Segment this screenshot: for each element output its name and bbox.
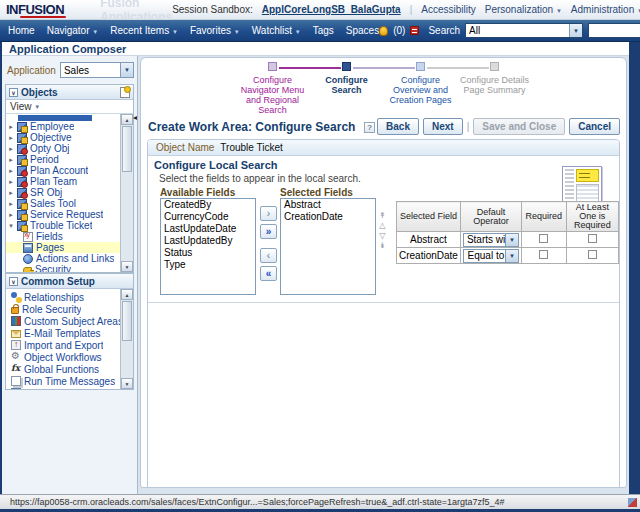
scrollbar-thumb[interactable] <box>122 301 132 341</box>
tree-item-security[interactable]: Security <box>6 264 120 272</box>
selected-fields-list[interactable]: Abstract CreationDate <box>280 198 376 295</box>
scroll-down-icon[interactable]: ▼ <box>121 378 133 389</box>
move-selected-button[interactable]: › <box>260 206 277 221</box>
help-icon[interactable]: ? <box>364 122 375 133</box>
tree-item-opty-obj[interactable]: ▸Opty Obj <box>6 143 120 154</box>
tree-item-period[interactable]: ▸Period <box>6 154 120 165</box>
tree-item-plan-team[interactable]: ▸Plan Team <box>6 176 120 187</box>
train-square[interactable] <box>268 62 277 71</box>
chevron-down-icon[interactable]: ▼ <box>569 24 582 37</box>
search-scope-select[interactable]: All ▼ <box>465 23 583 38</box>
nav-item-recent-items[interactable]: Recent Items ▼ <box>110 25 178 36</box>
nav-item-spaces[interactable]: Spaces <box>346 25 379 36</box>
move-up-icon[interactable]: △ <box>379 221 386 230</box>
train-step-3[interactable]: Configure Overview and Creation Pages <box>384 61 458 115</box>
tree-item-objective[interactable]: ▸Objective <box>6 132 120 143</box>
nav-item-navigator[interactable]: Navigator ▼ <box>47 25 99 36</box>
list-item[interactable]: Status <box>161 247 255 259</box>
tree-item-actions-and-links[interactable]: Actions and Links <box>6 253 120 264</box>
expand-icon[interactable]: ▸ <box>6 156 16 164</box>
accessibility-link[interactable]: Accessibility <box>421 4 475 15</box>
scroll-down-icon[interactable]: ▼ <box>121 261 133 272</box>
expand-icon[interactable]: ▸ <box>6 189 16 197</box>
expand-icon[interactable]: ▸ <box>6 211 16 219</box>
expand-icon[interactable]: ▸ <box>6 123 16 131</box>
list-item[interactable]: CreationDate <box>281 211 375 223</box>
nav-item-tags[interactable]: Tags <box>313 25 334 36</box>
tree-item-sales-tool[interactable]: ▸Sales Tool <box>6 198 120 209</box>
chevron-down-icon[interactable]: ▼ <box>505 234 518 246</box>
list-item[interactable]: Type <box>161 259 255 271</box>
tree-item-pages[interactable]: Pages <box>6 242 120 253</box>
collapse-icon[interactable]: ∨ <box>9 277 18 286</box>
nav-item-favorites[interactable]: Favorites ▼ <box>190 25 240 36</box>
list-item[interactable]: LastUpdatedBy <box>161 235 255 247</box>
move-all-button[interactable]: » <box>260 224 277 239</box>
collapse-icon[interactable]: ∨ <box>9 88 18 97</box>
expand-icon[interactable]: ▸ <box>6 167 16 175</box>
common-item-role-security[interactable]: Role Security <box>6 303 120 315</box>
list-item[interactable]: CreatedBy <box>161 199 255 211</box>
at-least-one-checkbox[interactable] <box>588 234 597 243</box>
required-checkbox[interactable] <box>539 234 548 243</box>
operator-select[interactable]: Starts with ▼ <box>463 233 519 247</box>
save-and-close-button[interactable]: Save and Close <box>473 118 565 135</box>
train-step-2[interactable]: Configure Search <box>310 61 384 115</box>
expand-icon[interactable]: ▸ <box>6 200 16 208</box>
expand-icon[interactable]: ▸ <box>6 134 16 142</box>
required-checkbox[interactable] <box>539 250 548 259</box>
common-item-custom-subject-areas[interactable]: Custom Subject Areas <box>6 315 120 327</box>
common-item-run-time-messages[interactable]: Run Time Messages <box>6 375 120 387</box>
tree-item-plan-account[interactable]: ▸Plan Account <box>6 165 120 176</box>
list-item[interactable]: LastUpdateDate <box>161 223 255 235</box>
at-least-one-checkbox[interactable] <box>588 250 597 259</box>
cancel-button[interactable]: Cancel <box>569 118 620 135</box>
nav-item-watchlist[interactable]: Watchlist ▼ <box>252 25 301 36</box>
list-item[interactable]: CurrencyCode <box>161 211 255 223</box>
tree-item-trouble-ticket[interactable]: ▾Trouble Ticket <box>6 220 120 231</box>
common-item-import-and-export[interactable]: Import and Export <box>6 339 120 351</box>
operator-select[interactable]: Equal to ▼ <box>463 249 519 263</box>
train-step-1[interactable]: Configure Navigator Menu and Regional Se… <box>236 61 310 115</box>
splitter-collapse-icon[interactable]: ◂ <box>133 114 137 122</box>
common-item-email-templates[interactable]: E-Mail Templates <box>6 327 120 339</box>
application-select[interactable]: Sales ▼ <box>60 62 134 78</box>
tree-item-employee[interactable]: ▸Employee <box>6 121 120 132</box>
nav-item-home[interactable]: Home <box>8 25 35 36</box>
bell-icon[interactable] <box>379 26 388 36</box>
list-item[interactable]: Abstract <box>281 199 375 211</box>
chevron-down-icon[interactable]: ▼ <box>120 63 133 77</box>
collapse-icon[interactable]: ▾ <box>6 222 16 230</box>
train-square[interactable] <box>342 62 351 71</box>
expand-icon[interactable]: ▸ <box>6 178 16 186</box>
expand-icon[interactable]: ▸ <box>6 145 16 153</box>
common-item-global-functions[interactable]: Global Functions <box>6 363 120 375</box>
scroll-up-icon[interactable]: ▲ <box>121 289 133 300</box>
tree-scrollbar[interactable]: ▲ ▼ <box>120 114 133 272</box>
next-button[interactable]: Next <box>423 118 463 135</box>
new-object-icon[interactable] <box>120 87 130 98</box>
remove-all-button[interactable]: « <box>260 266 277 281</box>
move-down-icon[interactable]: ▽ <box>379 231 386 240</box>
train-square[interactable] <box>416 62 425 71</box>
personalization-menu[interactable]: Personalization ▼ <box>485 4 562 15</box>
view-menu[interactable]: View ▼ <box>6 100 133 114</box>
global-search-input[interactable] <box>588 23 640 38</box>
available-fields-list[interactable]: CreatedBy CurrencyCode LastUpdateDate La… <box>160 198 256 295</box>
common-item-relationships[interactable]: Relationships <box>6 291 120 303</box>
common-item-object-workflows[interactable]: Object Workflows <box>6 351 120 363</box>
chevron-down-icon[interactable]: ▼ <box>505 250 518 262</box>
common-setup-scrollbar[interactable]: ▲ ▼ <box>120 289 133 389</box>
tree-item-sr-obj[interactable]: ▸SR Obj <box>6 187 120 198</box>
remove-selected-button[interactable]: ‹ <box>260 248 277 263</box>
back-button[interactable]: Back <box>377 118 419 135</box>
flag-icon[interactable] <box>410 26 419 35</box>
scrollbar-thumb[interactable] <box>122 126 132 172</box>
session-sandbox-link[interactable]: ApplCoreLongSB_BalaGupta <box>262 4 401 15</box>
move-to-bottom-icon[interactable]: ↡ <box>379 241 386 250</box>
tree-item-fields[interactable]: Fields <box>6 231 120 242</box>
scroll-up-icon[interactable]: ▲ <box>121 114 133 125</box>
tree-item-service-request[interactable]: ▸Service Request <box>6 209 120 220</box>
administration-menu[interactable]: Administration ▼ <box>571 4 640 15</box>
move-to-top-icon[interactable]: ↟ <box>379 211 386 220</box>
